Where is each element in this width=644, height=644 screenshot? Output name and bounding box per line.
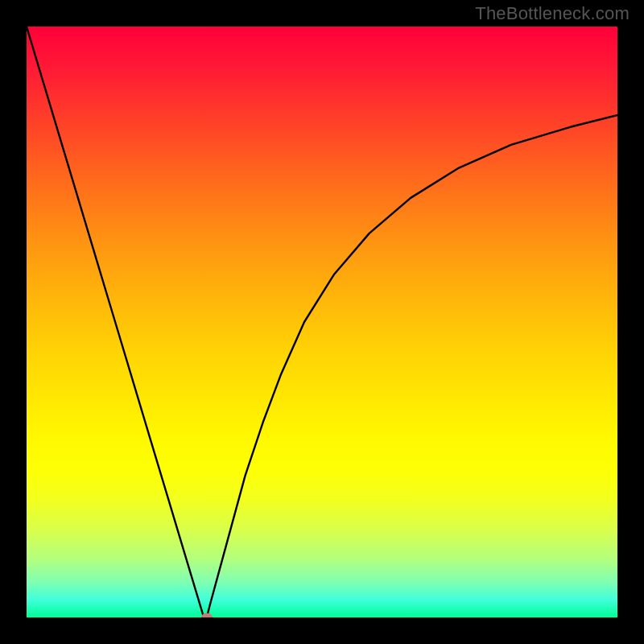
watermark-text: TheBottleneck.com — [475, 3, 630, 24]
chart-plot-area — [27, 27, 617, 617]
bottleneck-curve — [27, 27, 617, 617]
optimal-point-marker — [201, 613, 213, 618]
